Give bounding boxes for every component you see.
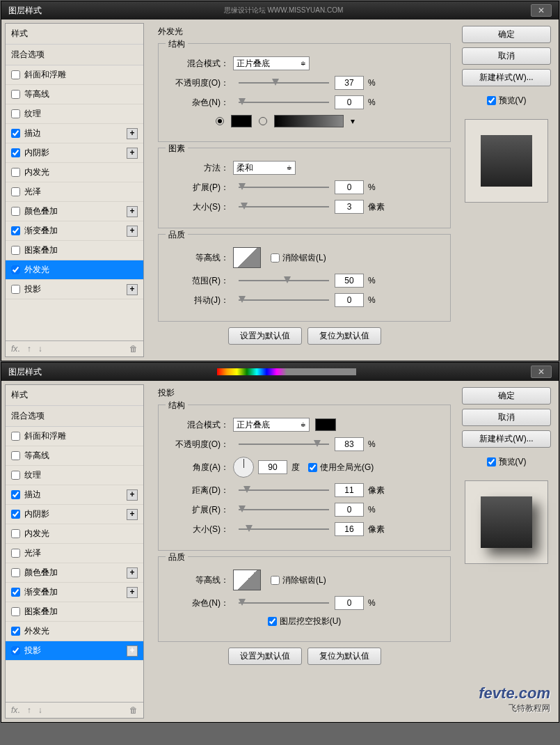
new-style-button[interactable]: 新建样式(W)... [462, 69, 551, 86]
style-item[interactable]: 光泽 [6, 544, 143, 563]
style-checkbox[interactable] [11, 148, 20, 157]
opacity-slider[interactable] [239, 439, 329, 450]
opacity-input[interactable]: 37 [335, 76, 364, 90]
add-instance-icon[interactable]: + [127, 489, 138, 501]
set-default-button[interactable]: 设置为默认值 [228, 327, 302, 345]
style-checkbox[interactable] [11, 285, 20, 294]
blend-options[interactable]: 混合选项 [6, 45, 143, 65]
style-item[interactable]: 光泽 [6, 182, 143, 202]
style-item[interactable]: 等高线 [6, 446, 143, 466]
knockout-checkbox[interactable] [268, 617, 277, 626]
trash-icon[interactable]: 🗑 [129, 344, 138, 354]
solid-color-radio[interactable] [216, 117, 224, 125]
style-checkbox[interactable] [11, 490, 20, 499]
style-checkbox[interactable] [11, 70, 20, 79]
style-item[interactable]: 内发光 [6, 163, 143, 182]
style-item[interactable]: 投影+ [6, 641, 143, 661]
spread-slider[interactable] [239, 504, 329, 515]
arrow-up-icon[interactable]: ↑ [27, 705, 31, 715]
style-checkbox[interactable] [11, 549, 20, 558]
style-item[interactable]: 内阴影+ [6, 505, 143, 524]
style-item[interactable]: 斜面和浮雕 [6, 427, 143, 446]
style-item[interactable]: 纹理 [6, 104, 143, 124]
spread-input[interactable]: 0 [335, 503, 364, 517]
style-item[interactable]: 渐变叠加+ [6, 221, 143, 241]
style-item[interactable]: 描边+ [6, 485, 143, 505]
style-checkbox[interactable] [11, 226, 20, 235]
fx-icon[interactable]: fx. [11, 344, 20, 354]
distance-input[interactable]: 11 [335, 483, 364, 497]
add-instance-icon[interactable]: + [127, 206, 138, 217]
jitter-slider[interactable] [239, 295, 329, 306]
style-item[interactable]: 内阴影+ [6, 143, 143, 163]
style-item[interactable]: 颜色叠加+ [6, 563, 143, 583]
arrow-up-icon[interactable]: ↑ [27, 344, 31, 354]
reset-default-button[interactable]: 复位为默认值 [307, 648, 381, 665]
set-default-button[interactable]: 设置为默认值 [228, 648, 302, 665]
style-checkbox[interactable] [11, 588, 20, 597]
range-input[interactable]: 50 [335, 274, 364, 288]
style-item[interactable]: 纹理 [6, 466, 143, 485]
angle-input[interactable]: 90 [258, 460, 287, 474]
style-item[interactable]: 颜色叠加+ [6, 202, 143, 221]
close-icon[interactable]: ✕ [531, 366, 552, 378]
add-instance-icon[interactable]: + [127, 148, 138, 159]
cancel-button[interactable]: 取消 [462, 409, 551, 426]
add-instance-icon[interactable]: + [127, 645, 138, 657]
antialias-checkbox[interactable] [271, 253, 280, 262]
style-checkbox[interactable] [11, 90, 20, 99]
style-item[interactable]: 外发光 [6, 622, 143, 641]
new-style-button[interactable]: 新建样式(W)... [462, 430, 551, 448]
spread-input[interactable]: 0 [335, 180, 364, 194]
style-checkbox[interactable] [11, 246, 20, 255]
style-item[interactable]: 外发光 [6, 260, 143, 280]
style-checkbox[interactable] [11, 168, 20, 177]
style-item[interactable]: 图案叠加 [6, 241, 143, 260]
add-instance-icon[interactable]: + [127, 509, 138, 520]
arrow-down-icon[interactable]: ↓ [38, 705, 42, 715]
style-item[interactable]: 图案叠加 [6, 602, 143, 622]
trash-icon[interactable]: 🗑 [129, 705, 138, 715]
style-checkbox[interactable] [11, 510, 20, 519]
size-input[interactable]: 3 [335, 200, 364, 214]
add-instance-icon[interactable]: + [127, 128, 138, 139]
style-item[interactable]: 等高线 [6, 85, 143, 104]
contour-picker[interactable] [233, 247, 261, 268]
style-checkbox[interactable] [11, 451, 20, 460]
gradient-swatch[interactable] [274, 115, 344, 127]
color-swatch[interactable] [231, 115, 252, 127]
shadow-color-swatch[interactable] [315, 418, 336, 431]
style-checkbox[interactable] [11, 471, 20, 480]
ok-button[interactable]: 确定 [462, 26, 551, 43]
style-item[interactable]: 描边+ [6, 124, 143, 143]
style-checkbox[interactable] [11, 529, 20, 538]
style-item[interactable]: 投影+ [6, 280, 143, 299]
noise-input[interactable]: 0 [335, 95, 364, 109]
angle-dial[interactable] [233, 457, 254, 478]
cancel-button[interactable]: 取消 [462, 47, 551, 65]
close-icon[interactable]: ✕ [531, 4, 552, 17]
method-select[interactable]: 柔和≑ [233, 161, 296, 175]
preview-checkbox[interactable] [487, 96, 496, 105]
noise-slider[interactable] [239, 97, 329, 108]
spread-slider[interactable] [239, 182, 329, 193]
style-checkbox[interactable] [11, 187, 20, 196]
blend-mode-select[interactable]: 正片叠底≑ [233, 56, 310, 70]
style-checkbox[interactable] [11, 265, 20, 274]
arrow-down-icon[interactable]: ↓ [38, 344, 42, 354]
style-checkbox[interactable] [11, 432, 20, 441]
style-item[interactable]: 渐变叠加+ [6, 583, 143, 602]
style-checkbox[interactable] [11, 568, 20, 577]
add-instance-icon[interactable]: + [127, 567, 138, 579]
add-instance-icon[interactable]: + [127, 587, 138, 598]
blend-mode-select[interactable]: 正片叠底≑ [233, 418, 310, 432]
noise-input[interactable]: 0 [335, 596, 364, 610]
opacity-slider[interactable] [239, 77, 329, 88]
style-item[interactable]: 内发光 [6, 524, 143, 544]
style-checkbox[interactable] [11, 129, 20, 138]
titlebar[interactable]: 图层样式 ✕ [1, 363, 559, 381]
style-checkbox[interactable] [11, 207, 20, 216]
ok-button[interactable]: 确定 [462, 387, 551, 405]
antialias-checkbox[interactable] [271, 576, 280, 585]
contour-picker[interactable] [233, 570, 261, 590]
